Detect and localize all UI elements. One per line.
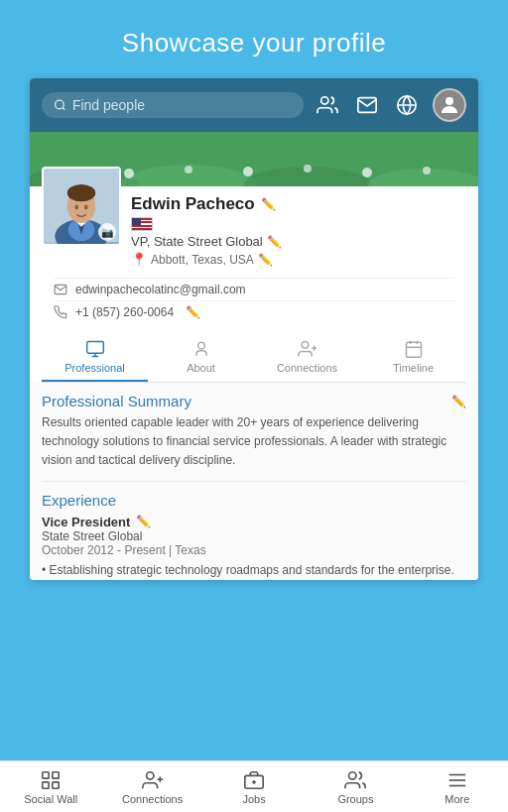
nav-groups-label: Groups [337, 793, 373, 805]
search-bar [30, 78, 478, 132]
experience-description: • Establishing strategic technology road… [42, 561, 466, 580]
experience-dates: October 2012 - Present | Texas [42, 543, 466, 557]
profile-title-row: VP, State Street Global ✏️ [131, 234, 466, 249]
tab-about[interactable]: About [148, 331, 254, 382]
user-avatar-icon [438, 93, 461, 117]
page-header: Showcase your profile [0, 0, 508, 78]
professional-tab-icon [85, 339, 105, 359]
profile-name-row: Edwin Pacheco ✏️ [131, 194, 466, 214]
location-text: Abbott, Texas, USA [151, 253, 254, 267]
nav-groups-icon [344, 769, 366, 791]
svg-point-25 [74, 205, 78, 210]
globe-icon-btn[interactable] [393, 91, 421, 119]
profile-tabs: Professional About Connections [42, 331, 466, 383]
svg-point-2 [321, 97, 328, 104]
svg-point-0 [56, 100, 64, 109]
profile-name: Edwin Pacheco [131, 194, 255, 214]
content-area: Professional Summary ✏️ Results oriented… [30, 383, 478, 580]
tab-about-label: About [187, 362, 215, 374]
svg-point-26 [84, 205, 88, 210]
message-icon-btn[interactable] [353, 91, 381, 119]
edit-name-icon[interactable]: ✏️ [261, 197, 276, 211]
edit-location-icon[interactable]: ✏️ [258, 253, 273, 267]
tab-timeline-label: Timeline [393, 362, 434, 374]
nav-item-connections[interactable]: Connections [101, 763, 202, 811]
profile-title: VP, State Street Global [131, 234, 263, 249]
svg-point-48 [349, 771, 356, 778]
location-row: 📍 Abbott, Texas, USA ✏️ [131, 252, 466, 267]
experience-header: Experience [42, 482, 466, 515]
email-text: edwinpachecolatinc@gmail.com [75, 283, 246, 296]
nav-connections-label: Connections [122, 793, 183, 805]
profile-section: 📷 Edwin Pacheco ✏️ VP, State Street Glob… [30, 186, 478, 383]
tab-connections[interactable]: Connections [254, 331, 360, 382]
timeline-tab-icon [404, 339, 424, 359]
flag-row [131, 217, 466, 231]
svg-point-30 [197, 342, 204, 349]
nav-item-groups[interactable]: Groups [305, 763, 406, 811]
us-flag-icon [131, 217, 153, 231]
edit-summary-icon[interactable]: ✏️ [451, 395, 466, 408]
profile-photo[interactable]: 📷 [42, 167, 121, 246]
nav-item-more[interactable]: More [407, 763, 508, 811]
svg-point-24 [67, 184, 96, 201]
svg-rect-38 [43, 771, 49, 777]
tab-professional[interactable]: Professional [42, 331, 148, 382]
svg-point-16 [423, 167, 431, 174]
svg-point-11 [124, 169, 134, 178]
svg-rect-39 [53, 771, 59, 777]
contact-section: edwinpachecolatinc@gmail.com +1 (857) 26… [42, 270, 466, 323]
globe-icon [396, 94, 418, 116]
email-row: edwinpachecolatinc@gmail.com [54, 278, 454, 300]
svg-rect-41 [53, 781, 59, 787]
experience-title-row: Vice President ✏️ [42, 515, 466, 529]
professional-summary-title: Professional Summary [42, 393, 191, 409]
bottom-nav: Social Wall Connections Jobs Groups More [0, 760, 508, 812]
svg-line-1 [63, 107, 64, 109]
profile-top: 📷 Edwin Pacheco ✏️ VP, State Street Glob… [42, 186, 466, 270]
tab-timeline[interactable]: Timeline [360, 331, 466, 382]
nav-social-wall-label: Social Wall [24, 793, 77, 805]
nav-connections-icon [142, 769, 164, 791]
avatar[interactable] [433, 88, 466, 122]
svg-point-12 [185, 166, 192, 174]
nav-jobs-label: Jobs [242, 793, 265, 805]
search-icon [54, 98, 66, 112]
svg-point-31 [302, 342, 309, 349]
phone-text: +1 (857) 260-0064 [75, 305, 174, 319]
svg-point-42 [146, 771, 153, 778]
phone-row: +1 (857) 260-0064 ✏️ [54, 300, 454, 323]
people-icon [317, 94, 338, 116]
tab-professional-label: Professional [64, 362, 125, 374]
social-wall-icon [40, 769, 62, 791]
svg-rect-27 [86, 342, 103, 354]
nav-more-icon [446, 769, 468, 791]
location-pin-icon: 📍 [131, 252, 147, 267]
people-icon-btn[interactable] [314, 91, 341, 119]
experience-title: Vice President [42, 515, 130, 529]
svg-point-14 [304, 165, 312, 173]
search-input[interactable] [72, 97, 292, 113]
search-input-wrap[interactable] [42, 92, 304, 118]
edit-phone-icon[interactable]: ✏️ [186, 305, 200, 319]
nav-item-jobs[interactable]: Jobs [203, 763, 305, 811]
svg-point-5 [445, 97, 453, 105]
svg-rect-34 [406, 342, 421, 357]
edit-title-icon[interactable]: ✏️ [267, 235, 282, 249]
professional-summary-header: Professional Summary ✏️ [42, 383, 466, 413]
phone-icon [54, 305, 67, 319]
connections-tab-icon [298, 339, 318, 359]
about-tab-icon [191, 339, 211, 359]
edit-experience-icon[interactable]: ✏️ [136, 515, 151, 528]
main-card: 📷 Edwin Pacheco ✏️ VP, State Street Glob… [30, 78, 478, 580]
svg-point-15 [362, 168, 372, 177]
email-icon [54, 283, 67, 296]
camera-icon[interactable]: 📷 [98, 223, 116, 241]
nav-more-label: More [444, 793, 469, 805]
experience-company: State Street Global [42, 529, 466, 543]
nav-item-social-wall[interactable]: Social Wall [0, 763, 101, 811]
page-title: Showcase your profile [122, 28, 386, 58]
svg-point-13 [243, 167, 253, 176]
svg-rect-40 [43, 781, 49, 787]
message-icon [356, 94, 378, 116]
